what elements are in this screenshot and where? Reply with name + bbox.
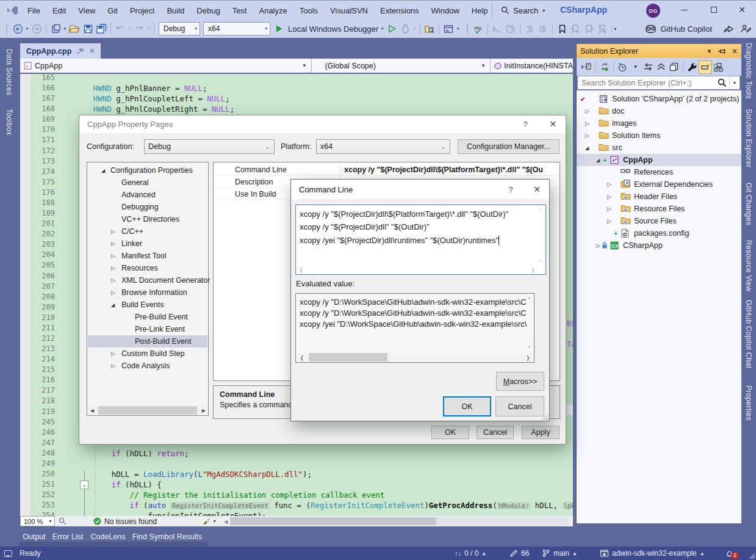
fold-collapse-icon[interactable]: ⌄ [80, 481, 88, 489]
menu-view[interactable]: View [72, 6, 101, 15]
tree-expanded-icon[interactable]: ◢ [111, 302, 115, 308]
tree-item-doc[interactable]: ▷doc [577, 105, 741, 117]
tree-collapsed-icon[interactable]: ▷ [111, 265, 115, 271]
scroll-up-icon[interactable]: ⌃ [527, 297, 531, 303]
cancel-button[interactable]: Cancel [495, 396, 544, 416]
new-project-icon[interactable] [49, 22, 62, 35]
chevron-down-icon[interactable]: ▾ [24, 26, 30, 31]
ok-button[interactable]: OK [443, 396, 491, 416]
resize-grip[interactable] [749, 553, 755, 559]
tree-collapsed-icon[interactable]: ▷ [111, 253, 115, 259]
collapse-all-icon[interactable] [655, 60, 668, 74]
apply-button[interactable]: Apply [522, 426, 560, 439]
menu-project[interactable]: Project [124, 6, 160, 15]
category-configuration-properties[interactable]: ◢Configuration Properties [88, 164, 207, 176]
scrollbar-thumb[interactable] [309, 353, 387, 362]
menu-debug[interactable]: Debug [190, 6, 226, 15]
open-folder-icon[interactable] [68, 22, 81, 35]
tree-item-images[interactable]: ▷images [577, 117, 741, 129]
sidebar-tab-resource-view[interactable]: Resource View [744, 240, 753, 291]
close-button[interactable]: ✕ [732, 1, 752, 19]
scroll-left-icon[interactable]: ❬ [299, 267, 304, 273]
share-icon[interactable] [723, 24, 734, 34]
tree-item-cppapp[interactable]: ◢+++CppApp [577, 154, 741, 166]
category-build-events[interactable]: ◢Build Events [88, 299, 207, 311]
toolbar-grip[interactable] [466, 23, 469, 34]
category-xml-document-generator[interactable]: ▷XML Document Generator [88, 274, 207, 286]
sidebar-tab-properties[interactable]: Properties [744, 385, 753, 421]
solution-configuration-dropdown[interactable]: Debug▾ [159, 22, 200, 35]
menu-edit[interactable]: Edit [46, 6, 72, 15]
category-pre-link-event[interactable]: Pre-Link Event [88, 323, 207, 335]
evaluated-value-box[interactable]: xcopy /y "D:\WorkSpace\GitHub\adwin-sdk-… [295, 293, 535, 363]
scroll-up-icon[interactable]: ⌃ [538, 208, 543, 214]
copilot-label[interactable]: GitHub Copilot [660, 24, 712, 34]
navbar-project-dropdown[interactable]: + CppApp ▼ [20, 59, 312, 73]
previous-bookmark-icon[interactable] [569, 22, 581, 35]
tree-collapsed-icon[interactable]: ▷ [585, 133, 589, 139]
tree-collapsed-icon[interactable]: ▷ [607, 218, 611, 224]
scroll-right-icon[interactable]: ❭ [530, 267, 535, 273]
horizontal-scrollbar[interactable]: ◀ [221, 517, 569, 526]
category-advanced[interactable]: Advanced [88, 189, 207, 201]
sidebar-tab-diagnostic-tools[interactable]: Diagnostic Tools [744, 43, 753, 99]
tree-collapsed-icon[interactable]: ▷ [111, 289, 115, 296]
menu-extensions[interactable]: Extensions [374, 6, 425, 15]
status-notifications[interactable]: 2 [725, 547, 734, 560]
menu-file[interactable]: File [21, 6, 46, 15]
category-linker[interactable]: ▷Linker [88, 238, 207, 250]
send-feedback-icon[interactable] [740, 24, 751, 34]
format-icon-1[interactable] [491, 22, 503, 35]
sidebar-tab-solution-explorer[interactable]: Solution Explorer [744, 109, 753, 167]
close-icon[interactable]: ✕ [89, 47, 95, 55]
tree-collapsed-icon[interactable]: ▷ [596, 242, 600, 249]
run-button-label[interactable]: Local Windows Debugger [288, 24, 378, 34]
window-layout-icon[interactable] [442, 22, 455, 35]
tree-item-references[interactable]: References [577, 166, 741, 178]
scroll-left-icon[interactable]: ◀ [90, 408, 94, 413]
tree-item-solution-csharpapp-2-of-2-projects-[interactable]: ✔Solution 'CSharpApp' (2 of 2 projects) [577, 93, 741, 105]
switch-views-icon[interactable] [580, 60, 592, 74]
tree-collapsed-icon[interactable]: ▷ [111, 351, 115, 357]
macros-button[interactable]: Macros>> [496, 372, 544, 391]
tree-item-solution-items[interactable]: ▷Solution Items [577, 129, 741, 142]
sidebar-tab-toolbox[interactable]: Toolbox [5, 109, 13, 135]
scroll-left-icon[interactable]: ❬ [300, 355, 304, 361]
scroll-right-icon[interactable]: ▶ [202, 408, 206, 413]
command-line-textarea[interactable]: xcopy /y "$(ProjectDir)dll\$(PlatformTar… [295, 205, 546, 275]
bookmark-icon[interactable] [556, 22, 568, 35]
scroll-down-icon[interactable]: ⌄ [538, 256, 543, 263]
scrollbar-thumb[interactable] [98, 406, 197, 415]
chevron-down-icon[interactable]: ▾ [127, 26, 132, 31]
tree-item-csharpapp[interactable]: ▷C#CSharpApp [577, 239, 741, 252]
tree-item-external-dependencies[interactable]: ▷External Dependencies [577, 178, 741, 191]
scroll-down-icon[interactable]: ⌄ [527, 343, 531, 349]
pin-icon[interactable] [77, 48, 84, 54]
tree-item-source-files[interactable]: ▷Source Files [577, 215, 741, 227]
bottom-tab-codelens[interactable]: CodeLens [87, 529, 129, 547]
status-repo[interactable]: adwin-sdk-win32-example ▲ [600, 547, 705, 560]
sync-selection-icon[interactable] [642, 60, 655, 74]
code-cleanup-icon[interactable]: 🖌 [203, 518, 210, 525]
clear-bookmarks-icon[interactable] [596, 22, 608, 35]
navbar-member-dropdown[interactable]: InitInstance(HINSTA [491, 59, 573, 73]
menu-tools[interactable]: Tools [293, 6, 324, 15]
save-icon[interactable] [82, 22, 94, 35]
minimize-button[interactable] [674, 1, 694, 19]
indent-icon-2[interactable] [537, 22, 549, 35]
sync-with-active-document-icon[interactable] [598, 60, 611, 74]
navigate-forward-icon[interactable] [31, 22, 43, 35]
tab-cppapp-cpp[interactable]: CppApp.cpp ✕ [20, 43, 101, 59]
bottom-tab-error-list[interactable]: Error List [46, 529, 89, 547]
menu-window[interactable]: Window [425, 6, 466, 15]
search-box[interactable]: Search ▾ [492, 3, 545, 18]
undo-icon[interactable] [114, 22, 126, 35]
tree-horizontal-scrollbar[interactable]: ◀ ▶ [88, 406, 208, 415]
menu-build[interactable]: Build [160, 6, 190, 15]
tree-collapsed-icon[interactable]: ▷ [607, 206, 611, 212]
menu-analyze[interactable]: Analyze [253, 6, 293, 15]
tree-item-header-files[interactable]: ▷Header Files [577, 191, 741, 203]
format-icon-2[interactable] [505, 22, 517, 35]
category-post-build-event[interactable]: Post-Build Event [88, 335, 207, 347]
menu-test[interactable]: Test [226, 6, 253, 15]
